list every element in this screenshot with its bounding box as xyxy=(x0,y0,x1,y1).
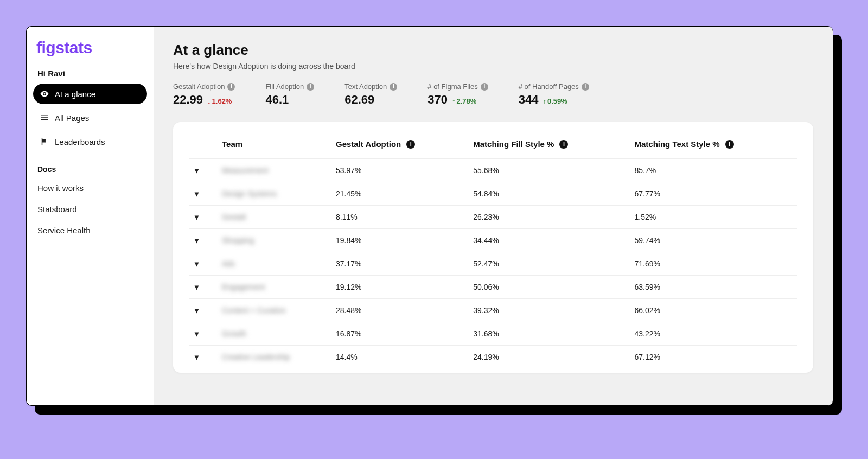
table-row: ▾Design Systems21.45%54.84%67.77% xyxy=(189,182,797,206)
arrow-down-icon: ↓ xyxy=(207,98,211,105)
metric-label-text: # of Figma Files xyxy=(427,82,477,91)
th-gestalt: Gestalt Adoption i xyxy=(330,132,468,159)
cell-text: 67.77% xyxy=(629,182,797,206)
table-header-row: Team Gestalt Adoption i Matching Fill St… xyxy=(189,132,797,159)
table-row: ▾Growth16.87%31.68%43.22% xyxy=(189,322,797,346)
cell-fill: 50.06% xyxy=(468,276,629,299)
table-row: ▾Measurement53.97%55.68%85.7% xyxy=(189,159,797,182)
info-icon[interactable]: i xyxy=(481,83,488,91)
eye-icon xyxy=(40,89,49,99)
cell-gestalt: 37.17% xyxy=(330,252,468,276)
nav-at-a-glance[interactable]: At a glance xyxy=(33,84,147,104)
metric-label: Fill Adoption i xyxy=(265,82,314,91)
nav-label: At a glance xyxy=(55,90,95,99)
flag-icon xyxy=(40,137,49,146)
main-content: At a glance Here's how Design Adoption i… xyxy=(154,27,833,405)
cell-gestalt: 14.4% xyxy=(330,346,468,369)
metric-delta: ↓ 1.62% xyxy=(207,97,232,105)
team-name: Engagement xyxy=(222,283,265,291)
metric-figma-files: # of Figma Files i 370 ↑ 2.78% xyxy=(427,82,488,107)
cell-gestalt: 16.87% xyxy=(330,322,468,346)
cell-text: 63.59% xyxy=(629,276,797,299)
nav-label: All Pages xyxy=(55,113,89,123)
cell-fill: 39.32% xyxy=(468,299,629,322)
metric-delta-text: 1.62% xyxy=(212,97,232,105)
teams-table-card: Team Gestalt Adoption i Matching Fill St… xyxy=(173,122,813,373)
metric-label-text: Gestalt Adoption xyxy=(173,82,225,91)
doc-link-how-it-works[interactable]: How it works xyxy=(33,179,147,197)
page-title: At a glance xyxy=(173,42,813,59)
metric-gestalt-adoption: Gestalt Adoption i 22.99 ↓ 1.62% xyxy=(173,82,235,107)
metric-value: 22.99 xyxy=(173,93,203,107)
cell-text: 59.74% xyxy=(629,229,797,252)
doc-link-service-health[interactable]: Service Health xyxy=(33,221,147,239)
metric-value: 46.1 xyxy=(265,93,289,107)
cell-text: 85.7% xyxy=(629,159,797,182)
cell-gestalt: 8.11% xyxy=(330,206,468,229)
metric-delta-text: 0.59% xyxy=(547,97,567,105)
cell-fill: 31.68% xyxy=(468,322,629,346)
th-fill: Matching Fill Style % i xyxy=(468,132,629,159)
nav-leaderboards[interactable]: Leaderboards xyxy=(33,131,147,152)
metric-handoff-pages: # of Handoff Pages i 344 ↑ 0.59% xyxy=(519,82,589,107)
chevron-down-icon[interactable]: ▾ xyxy=(195,259,199,268)
metric-delta: ↑ 2.78% xyxy=(452,97,476,105)
doc-link-statsboard[interactable]: Statsboard xyxy=(33,200,147,218)
brand-logo: figstats xyxy=(33,36,147,62)
nav-label: Leaderboards xyxy=(55,137,105,146)
app-window: figstats Hi Ravi At a glance All Pages L… xyxy=(26,26,833,406)
info-icon[interactable]: i xyxy=(227,83,235,91)
metric-label-text: # of Handoff Pages xyxy=(519,82,579,91)
metric-label: # of Handoff Pages i xyxy=(519,82,589,91)
th-expand xyxy=(189,132,216,159)
chevron-down-icon[interactable]: ▾ xyxy=(195,283,199,291)
cell-fill: 52.47% xyxy=(468,252,629,276)
team-name: Design Systems xyxy=(222,189,277,198)
table-row: ▾Engagement19.12%50.06%63.59% xyxy=(189,276,797,299)
chevron-down-icon[interactable]: ▾ xyxy=(195,166,199,175)
greeting-text: Hi Ravi xyxy=(33,66,147,80)
metric-label: Gestalt Adoption i xyxy=(173,82,235,91)
chevron-down-icon[interactable]: ▾ xyxy=(195,329,199,338)
docs-section-header: Docs xyxy=(33,155,147,176)
info-icon[interactable]: i xyxy=(406,140,415,149)
chevron-down-icon[interactable]: ▾ xyxy=(195,236,199,245)
info-icon[interactable]: i xyxy=(582,83,589,91)
metric-delta-text: 2.78% xyxy=(457,97,477,105)
cell-gestalt: 21.45% xyxy=(330,182,468,206)
team-name: Content + Curation xyxy=(222,306,286,315)
nav-all-pages[interactable]: All Pages xyxy=(33,107,147,128)
chevron-down-icon[interactable]: ▾ xyxy=(195,353,199,361)
arrow-up-icon: ↑ xyxy=(452,98,456,105)
info-icon[interactable]: i xyxy=(307,83,314,91)
cell-gestalt: 19.12% xyxy=(330,276,468,299)
chevron-down-icon[interactable]: ▾ xyxy=(195,306,199,315)
metric-value: 344 xyxy=(519,93,539,107)
table-row: ▾Content + Curation28.48%39.32%66.02% xyxy=(189,299,797,322)
cell-fill: 24.19% xyxy=(468,346,629,369)
team-name: Creative Leadership xyxy=(222,353,290,361)
table-row: ▾Ads37.17%52.47%71.69% xyxy=(189,252,797,276)
cell-gestalt: 28.48% xyxy=(330,299,468,322)
info-icon[interactable]: i xyxy=(559,140,568,149)
cell-text: 66.02% xyxy=(629,299,797,322)
page-subtitle: Here's how Design Adoption is doing acro… xyxy=(173,62,813,71)
th-text: Matching Text Style % i xyxy=(629,132,797,159)
table-row: ▾Gestalt8.11%26.23%1.52% xyxy=(189,206,797,229)
team-name: Shopping xyxy=(222,236,254,245)
team-name: Measurement xyxy=(222,166,269,175)
th-label: Matching Text Style % xyxy=(634,139,719,149)
cell-text: 43.22% xyxy=(629,322,797,346)
table-row: ▾Shopping19.84%34.44%59.74% xyxy=(189,229,797,252)
chevron-down-icon[interactable]: ▾ xyxy=(195,213,199,221)
metrics-row: Gestalt Adoption i 22.99 ↓ 1.62% Fill Ad… xyxy=(173,82,813,107)
metric-label-text: Fill Adoption xyxy=(265,82,304,91)
team-name: Ads xyxy=(222,259,235,268)
sidebar: figstats Hi Ravi At a glance All Pages L… xyxy=(27,27,154,405)
info-icon[interactable]: i xyxy=(725,140,734,149)
table-row: ▾Creative Leadership14.4%24.19%67.12% xyxy=(189,346,797,369)
info-icon[interactable]: i xyxy=(390,83,397,91)
chevron-down-icon[interactable]: ▾ xyxy=(195,189,199,198)
cell-gestalt: 19.84% xyxy=(330,229,468,252)
cell-text: 71.69% xyxy=(629,252,797,276)
